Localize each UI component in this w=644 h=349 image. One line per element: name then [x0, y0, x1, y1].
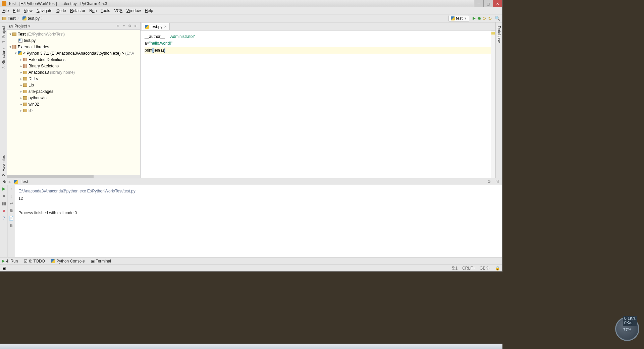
code-text: len(a)	[154, 48, 164, 53]
run-header: Run: test ⚙ ⇲	[0, 178, 502, 185]
close-tab-icon[interactable]: ✕	[164, 25, 167, 28]
console-output[interactable]: E:\Anaconda3\Anaconda3\python.exe E:/Pyt…	[15, 185, 502, 257]
scroll-from-source-icon[interactable]: ⊚	[115, 24, 120, 28]
widget-unit: %	[628, 328, 631, 332]
debug-button[interactable]: ✸	[477, 16, 482, 21]
code-text: __author__ =	[145, 34, 169, 39]
tree-item[interactable]: ▸ Lib	[7, 82, 140, 88]
print-icon[interactable]: 🖶	[9, 209, 14, 213]
tree-item[interactable]: ▸ Binary Skeletons	[7, 63, 140, 69]
menu-code[interactable]: Code	[56, 8, 66, 13]
status-encoding[interactable]: GBK÷	[480, 266, 490, 271]
tree-root[interactable]: ▼ Test (E:\PythonWork\Test)	[7, 31, 140, 37]
sidebar-tab-database[interactable]: Database	[496, 24, 502, 45]
search-everywhere-button[interactable]: 🔍	[495, 16, 500, 21]
folder-icon	[23, 83, 27, 87]
sidebar-tab-favorites[interactable]: 2: Favorites	[1, 153, 7, 178]
breadcrumb-root: Test	[8, 16, 16, 21]
console-exit: Process finished with exit code 0	[18, 210, 499, 217]
code-editor[interactable]: __author__ = 'Administrator' a="hello,wo…	[141, 31, 495, 178]
status-line-separator[interactable]: CRLF÷	[462, 266, 475, 271]
python-file-icon	[18, 39, 22, 43]
toolwin-terminal[interactable]: ▣Terminal	[91, 259, 111, 264]
tree-file-name: test.py	[24, 38, 36, 43]
down-icon[interactable]: ↓	[9, 194, 14, 198]
run-tool-window: Run: test ⚙ ⇲ ▶ ■ ▮▮ ✕ ? ↑ ↓ ↩ 🖶 📄 🗑	[0, 178, 502, 257]
warning-mark-icon	[491, 32, 495, 35]
close-button[interactable]: ✕	[493, 0, 502, 7]
toolwin-label: Terminal	[96, 259, 111, 264]
tree-item[interactable]: ▸ win32	[7, 101, 140, 107]
soft-wrap-icon[interactable]: ↩	[9, 201, 14, 206]
close-icon[interactable]: ✕	[2, 209, 6, 213]
tree-item[interactable]: ▸ Anaconda3 (library home)	[7, 69, 140, 75]
chevron-down-icon[interactable]: ▾	[28, 24, 30, 28]
tree-label: Extended Definitions	[29, 57, 65, 62]
export-icon[interactable]: 📄	[9, 216, 14, 221]
toolwin-todo[interactable]: ☑6: TODO	[24, 259, 45, 264]
horizontal-scrollbar[interactable]	[7, 175, 140, 178]
sidebar-tab-structure[interactable]: 7: Structure	[1, 46, 7, 71]
status-lock-icon[interactable]: 🔒	[495, 266, 500, 271]
menu-view[interactable]: View	[24, 8, 33, 13]
run-output-rail: ↑ ↓ ↩ 🖶 📄 🗑	[8, 185, 15, 257]
menu-file[interactable]: File	[2, 8, 9, 13]
editor-gutter[interactable]	[491, 31, 495, 178]
run-coverage-button[interactable]: ⟳	[482, 16, 487, 21]
tree-python-env[interactable]: ▼ < Python 3.7.1 (E:\Anaconda3\Anaconda3…	[7, 50, 140, 56]
menu-window[interactable]: Window	[126, 8, 141, 13]
tree-item[interactable]: ▸ pythonwin	[7, 95, 140, 101]
menu-vcs[interactable]: VCS	[114, 8, 122, 13]
minimize-button[interactable]: ─	[474, 0, 483, 7]
widget-net: 0.1K/s0K/s	[623, 316, 637, 326]
system-widget[interactable]: 0.1K/s0K/s 77%	[615, 317, 639, 341]
rerun-icon[interactable]: ▶	[2, 186, 6, 191]
project-tree[interactable]: ▼ Test (E:\PythonWork\Test) test.py ▼ Ex…	[7, 30, 140, 175]
help-icon[interactable]: ?	[2, 216, 6, 221]
taskbar[interactable]	[0, 344, 502, 349]
menu-run[interactable]: Run	[89, 8, 97, 13]
tree-item[interactable]: ▸ DLLs	[7, 75, 140, 82]
sidebar-tab-project[interactable]: 1: Project	[1, 24, 7, 45]
hide-icon[interactable]: ⇤	[133, 24, 138, 28]
tree-external-libraries[interactable]: ▼ External Libraries	[7, 44, 140, 50]
code-text: a=	[145, 41, 149, 46]
menu-help[interactable]: Help	[145, 8, 153, 13]
python-file-icon	[145, 25, 149, 29]
maximize-button[interactable]: ▢	[483, 0, 493, 7]
run-actions-rail: ▶ ■ ▮▮ ✕ ?	[0, 185, 8, 257]
menu-refactor[interactable]: Refactor	[70, 8, 85, 13]
breadcrumb-file: test.py	[28, 16, 40, 21]
collapse-all-icon[interactable]: ✦	[121, 24, 126, 28]
tree-label: External Libraries	[18, 45, 49, 49]
stop-icon[interactable]: ■	[2, 194, 6, 198]
folder-icon	[2, 17, 6, 20]
tree-label: pythonwin	[29, 96, 47, 100]
menu-edit[interactable]: Edit	[13, 8, 20, 13]
code-string: 'Administrator'	[169, 34, 195, 39]
toolwin-run[interactable]: 4: Run	[2, 259, 18, 264]
gear-icon[interactable]: ⚙	[127, 24, 132, 28]
up-icon[interactable]: ↑	[9, 186, 14, 191]
editor-tabs: test.py ✕	[141, 22, 495, 31]
tree-item[interactable]: ▸ lib	[7, 107, 140, 114]
menu-navigate[interactable]: Navigate	[37, 8, 52, 13]
menu-tools[interactable]: Tools	[101, 8, 110, 13]
window-title: Test - [E:\PythonWork\Test] - ...\test.p…	[8, 1, 501, 6]
trash-icon[interactable]: 🗑	[9, 223, 14, 228]
python-icon	[51, 259, 55, 263]
gear-icon[interactable]: ⚙	[487, 179, 492, 184]
tree-item[interactable]: ▸ Extended Definitions	[7, 56, 140, 63]
tree-file[interactable]: test.py	[7, 37, 140, 44]
run-button[interactable]	[471, 16, 477, 21]
breadcrumb[interactable]: Test 〉 test.py 〉	[2, 15, 45, 21]
editor-tab[interactable]: test.py ✕	[142, 23, 170, 30]
status-position[interactable]: 5:1	[452, 266, 458, 271]
minimize-icon[interactable]: ⇲	[495, 179, 500, 184]
tree-item[interactable]: ▸ site-packages	[7, 88, 140, 95]
status-icon[interactable]: ▣	[2, 266, 6, 271]
run-config-selector[interactable]: test ▼	[448, 15, 469, 22]
pause-icon[interactable]: ▮▮	[2, 201, 6, 206]
toolwin-python-console[interactable]: Python Console	[51, 259, 85, 264]
rerun-button[interactable]: ↻	[487, 16, 493, 21]
